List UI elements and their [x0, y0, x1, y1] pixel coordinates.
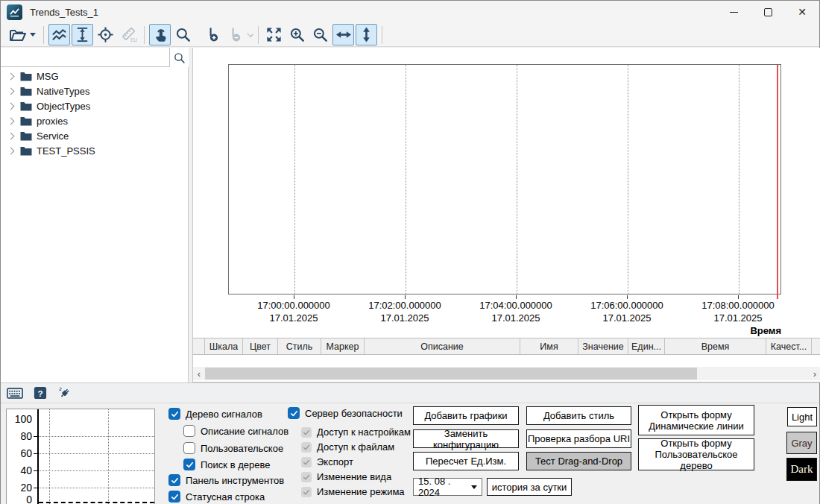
- zoom-out-button[interactable]: [309, 24, 331, 45]
- chevron-right-icon[interactable]: [7, 132, 15, 139]
- eu-ruler-icon: EU: [120, 26, 138, 43]
- y-tick: [34, 436, 37, 437]
- checkbox-security-server[interactable]: Сервер безопасности: [288, 407, 403, 419]
- vertical-zoom-button[interactable]: [356, 24, 377, 45]
- target-icon: [97, 26, 114, 43]
- checkbox-tree-search[interactable]: Поиск в дереве: [183, 459, 270, 470]
- y-tick-label: 60: [7, 447, 32, 459]
- test-dragdrop-button[interactable]: Тест Drag-and-Drop: [526, 452, 631, 470]
- theme-gray-button[interactable]: Gray: [786, 432, 817, 454]
- horizontal-zoom-button[interactable]: [332, 24, 354, 45]
- toolbar-separator: [144, 26, 145, 44]
- recalc-units-button[interactable]: Пересчет Ед.Изм.: [413, 452, 519, 470]
- help-glyph: ?: [37, 388, 42, 398]
- column-header-time[interactable]: Время: [665, 338, 766, 354]
- checkbox-settings-access: Доступ к настройкам: [301, 426, 411, 438]
- column-header-value[interactable]: Значение: [578, 338, 628, 354]
- trends-mode-button[interactable]: [48, 24, 70, 45]
- tree-item-service[interactable]: Service: [1, 128, 187, 143]
- theme-dark-button[interactable]: Dark: [786, 458, 817, 481]
- tree-item-nativetypes[interactable]: NativeTypes: [1, 84, 187, 98]
- column-header-scale[interactable]: Шкала: [205, 338, 243, 354]
- checkbox-checked-icon: [168, 474, 180, 486]
- trend-plot-area[interactable]: [228, 64, 781, 294]
- folder-icon: [20, 101, 32, 111]
- scrollbar-thumb[interactable]: [205, 368, 697, 379]
- checkbox-files-access: Доступ к файлам: [301, 441, 394, 453]
- x-tick-label: 17:02:00.00000017.01.2025: [345, 299, 464, 324]
- scroll-left-icon[interactable]: ‹: [193, 367, 205, 380]
- zoom-in-button[interactable]: [286, 24, 308, 45]
- magnifier-button[interactable]: [172, 24, 194, 45]
- checkbox-user-custom[interactable]: Пользовательское: [183, 442, 283, 454]
- tree-item-objecttypes[interactable]: ObjectTypes: [1, 98, 187, 113]
- column-header-name[interactable]: Имя: [520, 338, 578, 354]
- replace-config-button[interactable]: Заменить конфигурацию: [413, 429, 519, 448]
- vertical-scale-icon: [74, 26, 91, 43]
- checkbox-status-bar[interactable]: Статусная строка: [168, 491, 265, 503]
- add-style-button[interactable]: Добавить стиль: [526, 406, 631, 425]
- toolbar-separator: [43, 26, 44, 44]
- add-cursor-icon: [204, 26, 221, 43]
- checkbox-unchecked-icon: [183, 442, 195, 454]
- maximize-button[interactable]: [751, 1, 785, 23]
- column-header-style[interactable]: Стиль: [278, 338, 321, 354]
- column-header-marker[interactable]: Маркер: [321, 338, 365, 354]
- chevron-right-icon[interactable]: [7, 147, 15, 154]
- date-picker[interactable]: 15. 08 . 2024: [413, 478, 482, 496]
- theme-light-button[interactable]: Light: [787, 407, 817, 426]
- gridline: [406, 65, 406, 294]
- add-cursor-button[interactable]: [202, 24, 224, 45]
- x-tick-label: 17:00:00.00000017.01.2025: [234, 299, 353, 324]
- gridline: [517, 65, 517, 294]
- eu-ruler-label: EU: [130, 37, 136, 42]
- checkbox-toolbar[interactable]: Панель инструментов: [168, 474, 284, 486]
- pan-hand-button[interactable]: [149, 24, 171, 45]
- folder-icon: [20, 116, 32, 126]
- time-cursor-line[interactable]: [777, 65, 778, 299]
- tree-item-msg[interactable]: MSG: [1, 69, 187, 84]
- toolbar-separator: [258, 26, 259, 44]
- checkbox-disabled-icon: [301, 472, 312, 482]
- close-button[interactable]: ✕: [785, 1, 819, 23]
- checkbox-signal-tree[interactable]: Дерево сигналов: [168, 408, 262, 420]
- tree-search-button[interactable]: [169, 48, 189, 67]
- scrollbar-track[interactable]: [205, 367, 809, 380]
- column-header-quality[interactable]: Качест...: [766, 338, 812, 354]
- tree-search-input[interactable]: [1, 48, 169, 66]
- dropdown-arrow-icon: [471, 485, 477, 489]
- check-uri-button[interactable]: Проверка разбора URI: [526, 429, 631, 448]
- tree-item-test-pssis[interactable]: TEST_PSSIS: [1, 143, 187, 158]
- open-form-dynamic-lines-button[interactable]: Открыть форму Динамические линии: [638, 405, 754, 435]
- target-cursor-button[interactable]: [95, 24, 116, 45]
- open-file-button[interactable]: [6, 24, 39, 45]
- vertical-scale-button[interactable]: [72, 24, 93, 45]
- column-header-blank[interactable]: [193, 338, 205, 354]
- zoom-in-icon: [288, 26, 306, 43]
- open-folder-icon: [9, 28, 27, 42]
- minimize-button[interactable]: [716, 1, 751, 23]
- chevron-right-icon[interactable]: [7, 102, 15, 110]
- scroll-right-icon[interactable]: ›: [809, 367, 820, 380]
- checkbox-disabled-icon: [301, 457, 312, 467]
- history-day-button[interactable]: история за сутки: [487, 478, 572, 496]
- toolbar-separator: [382, 26, 382, 44]
- column-header-descr[interactable]: Описание: [365, 338, 520, 354]
- open-form-user-tree-button[interactable]: Открыть форму Пользовательское дерево: [638, 438, 754, 470]
- help-icon[interactable]: ?: [34, 386, 47, 400]
- horizontal-scrollbar[interactable]: ‹ ›: [193, 367, 820, 380]
- checkbox-signal-description[interactable]: Описание сигналов: [183, 425, 288, 437]
- tree-item-proxies[interactable]: proxies: [1, 113, 187, 128]
- x-tick-label: 17:08:00.00000017.01.2025: [678, 299, 798, 324]
- fit-all-button[interactable]: [263, 24, 285, 45]
- column-header-units[interactable]: Един...: [628, 338, 665, 354]
- close-icon: ✕: [798, 7, 807, 17]
- gridline: [49, 409, 50, 504]
- add-charts-button[interactable]: Добавить графики: [413, 406, 519, 425]
- tree-item-label: NativeTypes: [37, 86, 90, 97]
- chevron-right-icon[interactable]: [7, 87, 15, 95]
- chevron-right-icon[interactable]: [7, 117, 15, 125]
- chevron-right-icon[interactable]: [7, 72, 15, 80]
- column-header-color[interactable]: Цвет: [243, 338, 278, 354]
- folder-icon: [20, 72, 32, 81]
